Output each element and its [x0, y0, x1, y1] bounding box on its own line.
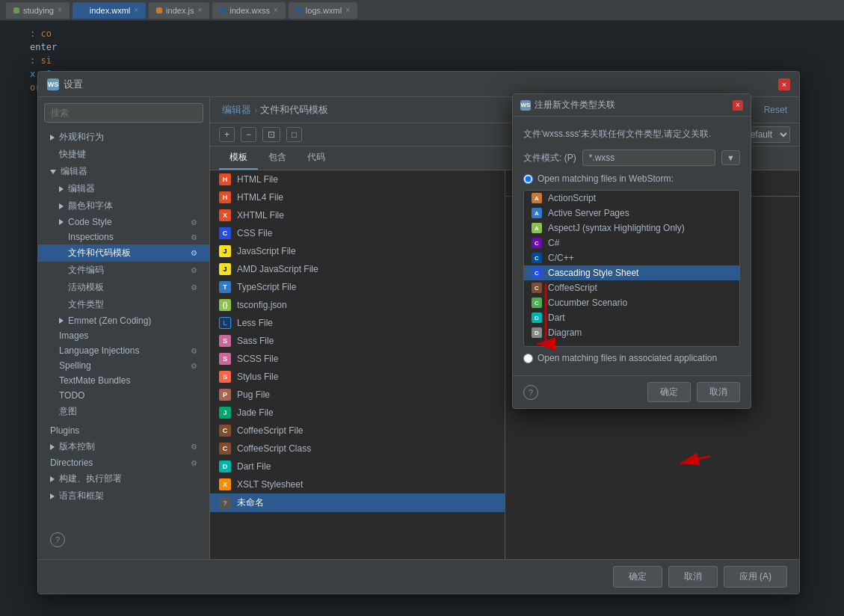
- file-item-coffeescript[interactable]: C CoffeeScript File: [210, 422, 505, 440]
- file-item-tsconfig[interactable]: {} tsconfig.json: [210, 296, 505, 314]
- close-icon[interactable]: ×: [197, 6, 202, 14]
- close-icon[interactable]: ×: [134, 6, 138, 14]
- tab-studying[interactable]: studying ×: [6, 2, 70, 19]
- sidebar-item-color-fonts[interactable]: 颜色和字体: [38, 197, 209, 215]
- sidebar-item-vcs[interactable]: 版本控制 ⚙: [38, 438, 209, 455]
- tab-templates[interactable]: 模板: [219, 147, 258, 170]
- sidebar-item-textmate[interactable]: TextMate Bundles: [38, 373, 209, 388]
- sidebar-item-editor-general[interactable]: 编辑器: [38, 180, 209, 197]
- tab-index-wxss[interactable]: index.wxss ×: [212, 2, 286, 19]
- triangle-right-icon: [59, 219, 64, 225]
- file-item-stylus[interactable]: S Stylus File: [210, 368, 505, 386]
- search-input[interactable]: [51, 108, 197, 118]
- file-icon: [156, 7, 162, 13]
- sidebar-item-images[interactable]: Images: [38, 328, 209, 343]
- copy-button[interactable]: ⊡: [262, 127, 280, 142]
- ok-button[interactable]: 确定: [613, 566, 662, 588]
- filetype-diagram[interactable]: D Diagram: [524, 325, 739, 340]
- close-button[interactable]: ×: [778, 78, 790, 90]
- radio-associated-app[interactable]: [523, 354, 533, 363]
- inner-ok-button[interactable]: 确定: [647, 382, 691, 402]
- sidebar-item-todo[interactable]: TODO: [38, 388, 209, 403]
- inner-help-button[interactable]: ?: [523, 385, 538, 400]
- radio-webstorm[interactable]: [523, 174, 533, 184]
- file-item-css[interactable]: C CSS File: [210, 224, 505, 242]
- file-item-dart[interactable]: D Dart File: [210, 458, 505, 475]
- sidebar-item-code-style[interactable]: Code Style ⚙: [38, 215, 209, 230]
- filetype-asp[interactable]: A Active Server Pages: [524, 206, 739, 221]
- sidebar-item-directories[interactable]: Directories ⚙: [38, 455, 209, 470]
- tab-includes[interactable]: 包含: [258, 147, 297, 170]
- sidebar-item-lang-injections[interactable]: Language Injections ⚙: [38, 343, 209, 358]
- inner-cancel-button[interactable]: 取消: [697, 382, 740, 402]
- sidebar-item-lang-framework[interactable]: 语言和框架: [38, 487, 209, 505]
- sidebar-item-inspections[interactable]: Inspections ⚙: [38, 230, 209, 244]
- filetype-aspectj[interactable]: A AspectJ (syntax Highlighting Only): [524, 221, 739, 235]
- unknown-icon: ?: [219, 497, 231, 509]
- file-item-unnamed[interactable]: ? 未命名: [210, 493, 505, 512]
- export-button[interactable]: □: [286, 127, 302, 142]
- sidebar-item-file-types[interactable]: 文件类型: [38, 296, 209, 313]
- filetype-cucumber[interactable]: C Cucumber Scenario: [524, 295, 739, 310]
- amd-icon: J: [219, 263, 231, 275]
- file-item-xslt[interactable]: X XSLT Stylesheet: [210, 475, 505, 493]
- tab-index-wxml[interactable]: index.wxml ×: [73, 2, 146, 19]
- file-item-js[interactable]: J JavaScript File: [210, 242, 505, 260]
- sidebar-item-spelling[interactable]: Spelling ⚙: [38, 358, 209, 373]
- close-icon[interactable]: ×: [274, 6, 278, 14]
- filetype-cpp[interactable]: C C/C++: [524, 250, 739, 265]
- file-item-scss[interactable]: S SCSS File: [210, 350, 505, 368]
- close-icon[interactable]: ×: [58, 6, 62, 14]
- sidebar-item-plugins[interactable]: Plugins: [38, 423, 209, 438]
- sidebar-item-appearance[interactable]: 外观和行为: [38, 129, 209, 146]
- dropdown-button[interactable]: ▼: [721, 150, 740, 165]
- sidebar-item-file-encodings[interactable]: 文件编码 ⚙: [38, 262, 209, 279]
- remove-button[interactable]: −: [241, 127, 256, 142]
- sidebar-item-file-templates[interactable]: 文件和代码模板 ⚙: [38, 244, 209, 262]
- file-item-html4[interactable]: H HTML4 File: [210, 188, 505, 206]
- settings-sidebar: 外观和行为 快捷键 编辑器 编辑器 颜色和字体 Code Style ⚙: [38, 97, 210, 559]
- filetype-list[interactable]: A ActionScript A Active Server Pages A A…: [523, 190, 740, 347]
- breadcrumb-parent[interactable]: 编辑器: [222, 103, 251, 117]
- help-button[interactable]: ?: [50, 532, 65, 547]
- dart-filetype-icon: D: [532, 312, 542, 323]
- js-icon: J: [219, 245, 231, 257]
- file-item-less[interactable]: L Less File: [210, 314, 505, 332]
- file-item-pug[interactable]: P Pug File: [210, 386, 505, 404]
- cancel-button[interactable]: 取消: [668, 566, 718, 588]
- file-item-amd-js[interactable]: J AMD JavaScript File: [210, 260, 505, 278]
- inner-message: 文件'wxss.sss'未关联任何文件类型,请定义关联.: [523, 127, 740, 141]
- close-icon[interactable]: ×: [345, 6, 350, 14]
- tab-index-js[interactable]: index.js ×: [149, 2, 209, 19]
- sidebar-item-emmet[interactable]: Emmet (Zen Coding): [38, 313, 209, 328]
- file-item-ts[interactable]: T TypeScript File: [210, 278, 505, 296]
- file-pattern-input[interactable]: [582, 150, 715, 166]
- inner-close-button[interactable]: ×: [733, 100, 743, 111]
- file-item-xhtml[interactable]: X XHTML File: [210, 206, 505, 224]
- filetype-dart[interactable]: D Dart: [524, 310, 739, 325]
- reset-button[interactable]: Reset: [764, 105, 787, 115]
- sidebar-item-editor[interactable]: 编辑器: [38, 163, 209, 180]
- file-list: H HTML File H HTML4 File X XHTML File C …: [210, 170, 505, 559]
- file-pattern-label: 文件模式: (P): [523, 152, 576, 164]
- triangle-right-icon: [50, 444, 55, 450]
- filetype-css[interactable]: C Cascading Style Sheet: [524, 265, 739, 280]
- tab-logs-wxml[interactable]: logs.wxml ×: [289, 2, 357, 19]
- sidebar-item-intention[interactable]: 意图: [38, 403, 209, 420]
- sidebar-item-build[interactable]: 构建、执行部署: [38, 470, 209, 487]
- add-button[interactable]: +: [219, 127, 235, 142]
- filetype-coffeescript[interactable]: C CoffeeScript: [524, 280, 739, 295]
- sidebar-item-keymap[interactable]: 快捷键: [38, 146, 209, 163]
- tab-code[interactable]: 代码: [297, 147, 336, 170]
- file-item-sass[interactable]: S Sass File: [210, 332, 505, 350]
- apply-button[interactable]: 应用 (A): [724, 566, 787, 588]
- file-item-jade[interactable]: J Jade File: [210, 404, 505, 422]
- filetype-actionscript[interactable]: A ActionScript: [524, 191, 739, 206]
- filetype-csharp[interactable]: C C#: [524, 235, 739, 250]
- sidebar-item-live-templates[interactable]: 活动模板 ⚙: [38, 279, 209, 296]
- file-item-coffeescript-class[interactable]: C CoffeeScript Class: [210, 440, 505, 458]
- less-icon: L: [219, 317, 231, 329]
- file-item-html[interactable]: H HTML File: [210, 170, 505, 188]
- search-box[interactable]: [44, 103, 203, 123]
- as-icon: A: [532, 193, 542, 203]
